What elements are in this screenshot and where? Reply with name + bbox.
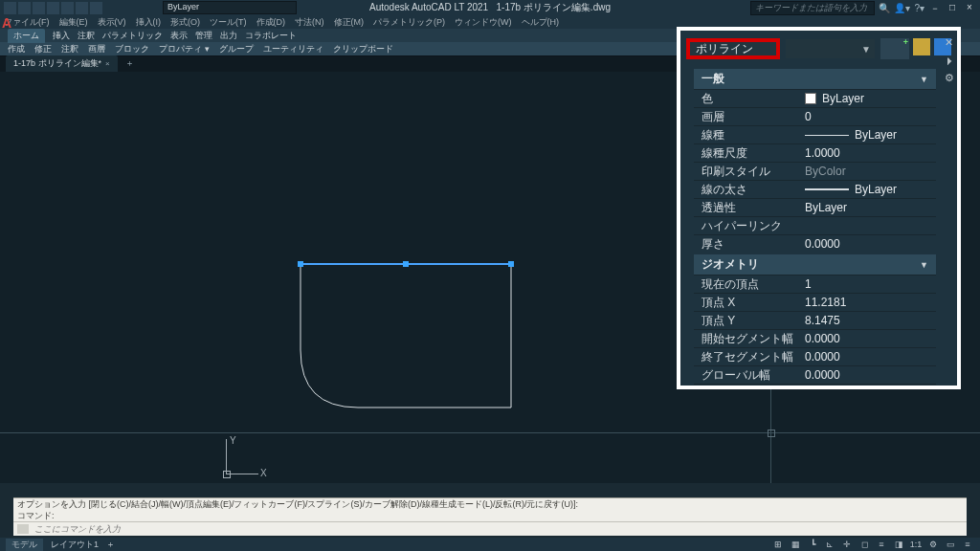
palette-options-icon[interactable]: ⚙: [945, 72, 955, 84]
property-row[interactable]: 線の太さByLayer: [694, 180, 936, 198]
property-row[interactable]: ハイパーリンク: [694, 216, 936, 234]
search-icon[interactable]: 🔍: [879, 3, 890, 13]
ribbon-tab[interactable]: ホーム: [8, 29, 45, 43]
ribbon-panel-label[interactable]: 修正: [34, 43, 52, 55]
property-value[interactable]: 11.2181: [805, 296, 936, 309]
ribbon-tab[interactable]: 管理: [195, 30, 212, 42]
menu-item[interactable]: 挿入(I): [136, 16, 162, 29]
status-anno-scale[interactable]: 1:1: [909, 540, 923, 549]
menu-item[interactable]: 表示(V): [98, 16, 126, 29]
property-value[interactable]: ByLayer: [805, 201, 936, 214]
command-line[interactable]: オプションを入力 [閉じる(C)/結合(J)/幅(W)/頂点編集(E)/フィット…: [13, 497, 967, 536]
command-input[interactable]: [33, 523, 963, 535]
model-tab[interactable]: モデル: [6, 539, 43, 551]
ribbon-panel-label[interactable]: グループ: [219, 43, 254, 55]
property-value[interactable]: 8.1475: [805, 314, 936, 327]
property-row[interactable]: 線種ByLayer: [694, 125, 936, 143]
menu-item[interactable]: パラメトリック(P): [373, 16, 445, 29]
property-value[interactable]: ByLayer: [805, 92, 936, 105]
qat-plot-icon[interactable]: [61, 2, 74, 14]
property-row[interactable]: 画層0: [694, 107, 936, 125]
property-value[interactable]: 0.0000: [805, 332, 936, 345]
menu-item[interactable]: 修正(M): [334, 16, 365, 29]
qat-undo-icon[interactable]: [76, 2, 88, 14]
layer-selector[interactable]: ByLayer: [163, 1, 297, 14]
status-model-icon[interactable]: ⊞: [771, 540, 785, 549]
ribbon-tab[interactable]: コラボレート: [245, 30, 297, 42]
menu-item[interactable]: 寸法(N): [295, 16, 324, 29]
status-transparency-icon[interactable]: ◨: [892, 540, 905, 549]
property-value[interactable]: 1: [805, 277, 936, 291]
ribbon-tab[interactable]: 出力: [220, 30, 237, 42]
qat-saveas-icon[interactable]: [47, 2, 59, 14]
menu-item[interactable]: 作成(D): [256, 16, 286, 29]
property-row[interactable]: 透過性ByLayer: [694, 198, 936, 216]
status-maximize-icon[interactable]: ▭: [944, 540, 957, 549]
property-value[interactable]: 1.0000: [805, 146, 936, 160]
property-row[interactable]: 高度0.0000: [694, 384, 936, 386]
quick-access-toolbar[interactable]: [4, 2, 102, 14]
ribbon-panel-label[interactable]: 作成: [8, 43, 25, 55]
menu-item[interactable]: 形式(O): [170, 16, 200, 29]
property-value[interactable]: ByColor: [805, 165, 936, 178]
layout-tab[interactable]: レイアウト1: [51, 539, 99, 551]
close-tab-icon[interactable]: ×: [105, 59, 110, 68]
menu-item[interactable]: ヘルプ(H): [522, 16, 560, 29]
property-row[interactable]: 線種尺度1.0000: [694, 143, 936, 162]
qat-open-icon[interactable]: [18, 2, 31, 14]
status-snap-icon[interactable]: ┗: [806, 540, 819, 549]
add-layout-icon[interactable]: ＋: [106, 539, 115, 551]
qat-save-icon[interactable]: [33, 2, 45, 14]
ribbon-panel-label[interactable]: ブロック: [115, 43, 149, 55]
qat-redo-icon[interactable]: [90, 2, 102, 14]
grip-midpoint[interactable]: [403, 261, 409, 267]
add-selection-icon[interactable]: [880, 38, 909, 59]
property-value[interactable]: 0: [805, 110, 936, 123]
selected-polyline[interactable]: [301, 264, 511, 408]
menu-item[interactable]: 編集(E): [59, 16, 88, 29]
maximize-button[interactable]: □: [946, 2, 959, 13]
property-value[interactable]: 0.0000: [805, 237, 936, 251]
minimize-button[interactable]: －: [928, 2, 942, 13]
property-row[interactable]: 頂点 X11.2181: [694, 293, 936, 311]
property-row[interactable]: 厚さ0.0000: [694, 234, 936, 253]
object-type-selector[interactable]: ポリライン: [686, 38, 780, 59]
property-section-header[interactable]: ジオメトリ▼: [694, 254, 936, 275]
status-lineweight-icon[interactable]: ≡: [875, 540, 888, 549]
ribbon-panel-label[interactable]: 画層: [88, 43, 105, 55]
property-value[interactable]: ByLayer: [805, 128, 936, 142]
status-ortho-icon[interactable]: ⊾: [823, 540, 836, 549]
property-value[interactable]: 0.0000: [805, 350, 936, 364]
ribbon-panel-label[interactable]: プロパティ ▾: [159, 43, 210, 55]
close-button[interactable]: ×: [963, 2, 976, 13]
quick-select-icon[interactable]: [913, 38, 930, 55]
command-prompt[interactable]: [13, 521, 967, 536]
property-row[interactable]: 現在の頂点1: [694, 275, 936, 293]
ribbon-panel-label[interactable]: クリップボード: [333, 43, 393, 55]
object-type-dropdown-icon[interactable]: ▼: [786, 39, 875, 58]
help-icon[interactable]: ?▾: [914, 3, 924, 13]
palette-collapse-icon[interactable]: ⏵: [945, 55, 955, 66]
ribbon-panel-label[interactable]: 注釈: [61, 43, 78, 55]
property-row[interactable]: グローバル幅0.0000: [694, 365, 936, 384]
ribbon-panel-label[interactable]: ユーティリティ: [263, 43, 323, 55]
menu-item[interactable]: ツール(T): [210, 16, 247, 29]
status-customize-icon[interactable]: ≡: [961, 540, 974, 549]
property-section-header[interactable]: 一般▼: [694, 69, 936, 89]
status-grid-icon[interactable]: ▦: [789, 540, 802, 549]
property-row[interactable]: 終了セグメント幅0.0000: [694, 347, 936, 365]
file-tab-active[interactable]: 1-17b ポリライン編集* ×: [6, 55, 118, 72]
grip-vertex[interactable]: [298, 261, 303, 267]
status-polar-icon[interactable]: ✛: [840, 540, 854, 549]
qat-new-icon[interactable]: [4, 2, 16, 14]
property-row[interactable]: 印刷スタイルByColor: [694, 162, 936, 180]
new-tab-button[interactable]: ＋: [120, 55, 140, 72]
menu-item[interactable]: ウィンドウ(W): [455, 16, 512, 29]
grip-vertex[interactable]: [508, 261, 514, 267]
ribbon-tab[interactable]: 注釈: [78, 30, 95, 42]
property-value[interactable]: 0.0000: [805, 368, 936, 382]
signin-icon[interactable]: 👤▾: [894, 3, 910, 13]
property-value[interactable]: ByLayer: [805, 183, 936, 196]
ribbon-tab[interactable]: 挿入: [53, 30, 70, 42]
ribbon-tab[interactable]: パラメトリック: [102, 30, 163, 42]
